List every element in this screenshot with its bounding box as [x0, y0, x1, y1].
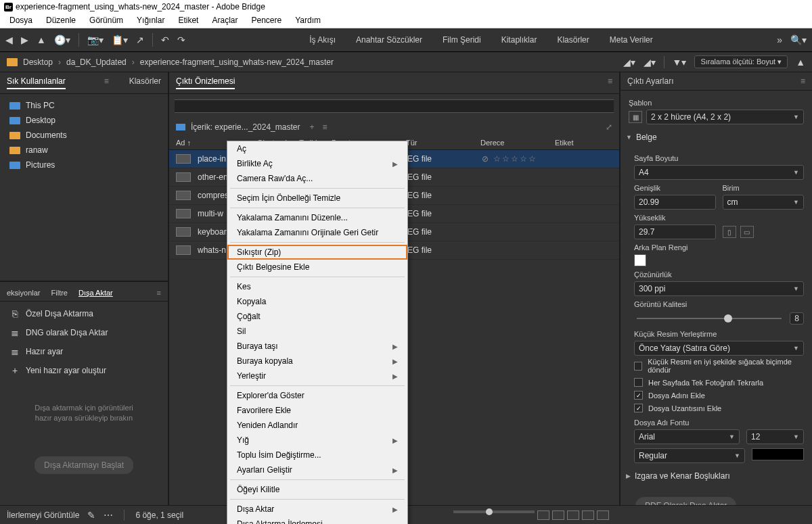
export-preset-item[interactable]: +Yeni hazır ayar oluştur	[0, 361, 168, 380]
context-menu-item[interactable]: Favorilere Ekle	[227, 403, 407, 418]
quality-value[interactable]: 8	[790, 312, 804, 325]
tree-item[interactable]: Documents	[0, 128, 168, 143]
context-menu-item[interactable]: Seçim İçin Önbelleği Temizle	[227, 191, 407, 206]
context-menu-item[interactable]: Buraya taşı▶	[227, 339, 407, 354]
export-preset-item[interactable]: ⎘Özel Dışa Aktarma	[0, 304, 168, 323]
quality-slider[interactable]	[637, 318, 782, 319]
view-detail2-icon[interactable]	[597, 510, 609, 520]
height-input[interactable]: 29.7	[634, 224, 716, 239]
copy-icon[interactable]: 📋▾	[112, 34, 128, 45]
tab-filter[interactable]: Filtre	[51, 289, 68, 297]
nav-forward-icon[interactable]: ▶	[21, 34, 28, 45]
template-select[interactable]: 2 x 2 hücre (A4, 2 x 2)▼	[646, 110, 804, 124]
chevron-down-icon[interactable]: ▼	[626, 134, 632, 141]
menu-araçlar[interactable]: Araçlar	[205, 14, 244, 28]
font-color-swatch[interactable]	[752, 448, 804, 460]
nav-up-icon[interactable]: ▲	[37, 34, 46, 45]
context-menu-item[interactable]: Toplu İsim Değiştirme...	[227, 448, 407, 462]
expand-icon[interactable]: ⤢	[606, 122, 612, 132]
rotate-ccw-icon[interactable]: ↶	[161, 34, 169, 45]
thumb-size-icon[interactable]: ◢▾	[623, 57, 635, 68]
context-menu-item[interactable]: Yeniden Adlandır	[227, 418, 407, 433]
breadcrumb-item[interactable]: da_DK_Updated	[66, 57, 127, 67]
orientation-portrait-icon[interactable]: ▯	[723, 226, 736, 238]
workspace-tab[interactable]: Klasörler	[557, 35, 589, 45]
open-icon[interactable]: ↗	[136, 34, 144, 45]
tab-folders[interactable]: Klasörler	[129, 76, 161, 89]
font-family-select[interactable]: Arial▼	[634, 429, 740, 444]
menu-düzenle[interactable]: Düzenle	[39, 14, 83, 28]
workspace-tab[interactable]: Anahtar Sözcükler	[356, 35, 422, 45]
grid-section[interactable]: Izgara ve Kenar Boşlukları	[635, 471, 730, 481]
font-size-select[interactable]: 12▼	[746, 429, 804, 444]
workspace-tab[interactable]: İş Akışı	[309, 35, 336, 45]
rotate-cw-icon[interactable]: ↷	[177, 34, 185, 45]
repeat-photo-checkbox[interactable]	[634, 378, 643, 387]
tab-favorites[interactable]: Sık Kullanılanlar	[7, 76, 66, 89]
resolution-select[interactable]: 300 ppi▼	[634, 281, 804, 296]
template-icon[interactable]: ▦	[629, 111, 642, 123]
edit-icon[interactable]: ✎	[87, 510, 95, 521]
context-menu-item[interactable]: Sil	[227, 324, 407, 339]
font-style-select[interactable]: Regular▼	[634, 448, 745, 463]
add-tab-icon[interactable]: +	[309, 122, 314, 132]
view-detail-icon[interactable]	[582, 510, 594, 520]
workspace-tab[interactable]: Film Şeridi	[443, 35, 481, 45]
menu-icon[interactable]: ≡	[157, 289, 161, 297]
view-small-icon[interactable]	[537, 510, 549, 520]
menu-icon[interactable]: ≡	[322, 122, 327, 132]
view-grid-icon[interactable]	[552, 510, 564, 520]
export-preset-item[interactable]: ≣DNG olarak Dışa Aktar	[0, 323, 168, 342]
tree-item[interactable]: Pictures	[0, 158, 168, 172]
more-icon[interactable]: ⋯	[104, 510, 113, 521]
zoom-slider[interactable]	[453, 510, 535, 513]
context-menu-item[interactable]: Yakalama Zamanını Düzenle...	[227, 210, 407, 225]
menu-yığınlar[interactable]: Yığınlar	[130, 14, 171, 28]
page-size-select[interactable]: A4▼	[634, 165, 804, 180]
breadcrumb-item[interactable]: Desktop	[23, 57, 53, 67]
thumb-size2-icon[interactable]: ◢▾	[644, 57, 656, 68]
context-menu-item[interactable]: Buraya kopyala▶	[227, 354, 407, 368]
workspace-tab[interactable]: Kitaplıklar	[501, 35, 537, 45]
context-menu-item[interactable]: Explorer'da Göster	[227, 388, 407, 403]
bg-color-swatch[interactable]	[634, 254, 646, 266]
context-menu-item[interactable]: Çoğalt	[227, 309, 407, 324]
menu-dosya[interactable]: Dosya	[3, 14, 39, 28]
menu-görünüm[interactable]: Görünüm	[83, 14, 130, 28]
menu-icon[interactable]: ≡	[608, 76, 612, 89]
context-menu-item[interactable]: Çıktı Belgesine Ekle	[227, 260, 407, 275]
export-preset-item[interactable]: ≣Hazır ayar	[0, 342, 168, 361]
context-menu-item[interactable]: Yerleştir▶	[227, 368, 407, 383]
nav-back-icon[interactable]: ◀	[5, 34, 13, 45]
context-menu-item[interactable]: Kes	[227, 279, 407, 294]
history-icon[interactable]: 🕘▾	[54, 34, 70, 45]
tab-output-preview[interactable]: Çıktı Önizlemesi	[176, 76, 235, 89]
tab-export[interactable]: Dışa Aktar	[78, 289, 113, 297]
document-section[interactable]: Belge	[636, 133, 657, 142]
more-workspaces-icon[interactable]: »	[777, 34, 782, 45]
sort-asc-icon[interactable]: ▲	[796, 57, 805, 68]
rating-stars[interactable]: ⊘ ☆☆☆☆☆	[482, 154, 556, 164]
context-menu-item[interactable]: Sıkıştır (Zip)	[227, 245, 407, 260]
content-tab-label[interactable]: İçerik: experie..._2024_master	[191, 122, 300, 132]
menu-icon[interactable]: ≡	[104, 76, 109, 89]
tab-collections[interactable]: eksiyonlar	[7, 289, 41, 297]
chevron-right-icon[interactable]: ▶	[626, 473, 631, 479]
breadcrumb-item[interactable]: experience-fragment_using_whats-new_2024…	[140, 57, 334, 67]
orientation-landscape-icon[interactable]: ▭	[740, 226, 754, 238]
context-menu-item[interactable]: Aç	[227, 141, 407, 156]
context-menu-item[interactable]: Yakalama Zamanını Orijinale Geri Getir	[227, 225, 407, 240]
width-input[interactable]: 20.99	[634, 195, 716, 210]
extension-checkbox[interactable]	[634, 404, 643, 412]
menu-yardım[interactable]: Yardım	[288, 14, 328, 28]
rotate-thumb-checkbox[interactable]	[634, 362, 642, 371]
search-icon[interactable]: 🔍▾	[790, 34, 807, 45]
tree-item[interactable]: This PC	[0, 98, 168, 113]
context-menu-item[interactable]: Ayarları Geliştir▶	[227, 462, 407, 477]
sort-dropdown[interactable]: Sıralama ölçütü: Boyut ▾	[694, 55, 788, 68]
unit-select[interactable]: cm▼	[723, 195, 805, 210]
context-menu-item[interactable]: Birlikte Aç▶	[227, 156, 407, 171]
menu-icon[interactable]: ≡	[800, 76, 805, 86]
filter-icon[interactable]: ▼▾	[673, 57, 687, 68]
view-list-icon[interactable]	[567, 510, 579, 520]
